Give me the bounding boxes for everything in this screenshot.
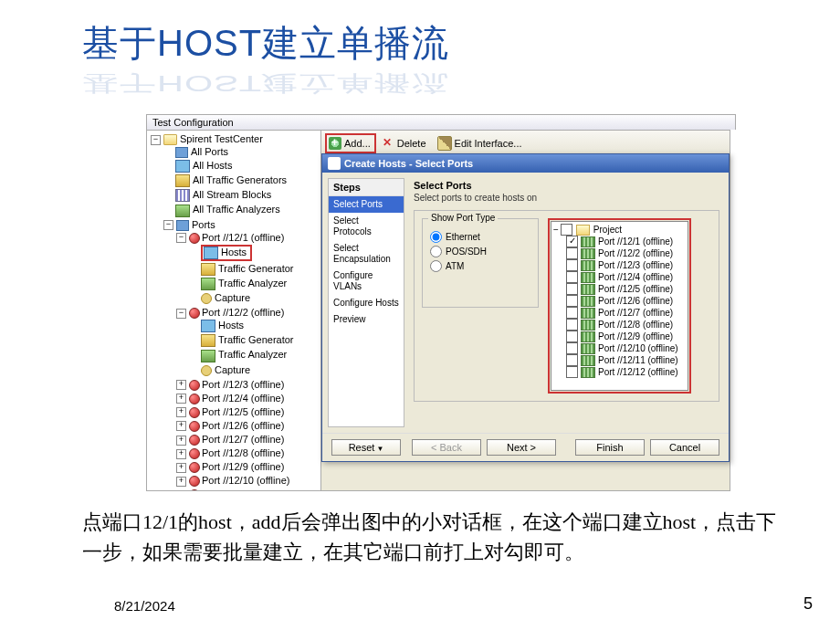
port-checkbox[interactable] (566, 236, 578, 247)
step-select-ports[interactable]: Select Ports (329, 196, 404, 213)
port-checkbox[interactable] (566, 319, 578, 331)
tree-port[interactable]: Port //12/10 (offline) (202, 475, 289, 486)
expand-toggle[interactable]: + (176, 490, 186, 491)
tree-item[interactable]: All Traffic Generators (193, 174, 287, 185)
next-button[interactable]: Next > (487, 439, 556, 456)
expand-toggle[interactable]: + (176, 380, 186, 390)
port-row[interactable]: Port //12/4 (offline) (553, 271, 686, 283)
cancel-button[interactable]: Cancel (650, 439, 719, 456)
expand-toggle[interactable]: − (553, 225, 559, 235)
slide-number: 5 (803, 594, 813, 614)
expand-toggle[interactable]: − (176, 309, 186, 319)
reset-button[interactable]: Reset▼ (331, 439, 401, 456)
radio-atm[interactable]: ATM (430, 260, 530, 272)
port-row[interactable]: Port //12/2 (offline) (553, 247, 686, 259)
port-row[interactable]: Port //12/12 (offline) (553, 366, 686, 378)
step-configure-vlans[interactable]: Configure VLANs (329, 268, 404, 295)
add-icon (329, 137, 341, 150)
port-checkbox[interactable] (566, 271, 578, 283)
nav-tree[interactable]: −Spirent TestCenter All Ports All Hosts … (146, 131, 321, 491)
port-tree[interactable]: − Project Port //12/1 (offline)Port //12… (551, 221, 688, 391)
port-row[interactable]: Port //12/9 (offline) (553, 331, 686, 342)
port-checkbox[interactable] (566, 283, 578, 295)
add-button[interactable]: Add... (325, 133, 376, 153)
expand-toggle[interactable]: + (176, 421, 186, 431)
step-configure-hosts[interactable]: Configure Hosts (329, 295, 404, 311)
folder-icon (576, 225, 590, 236)
tree-port[interactable]: Port //12/11 (offline) (202, 488, 289, 491)
port-checkbox[interactable] (566, 366, 578, 378)
port-label: Port //12/10 (offline) (598, 343, 678, 353)
dialog-titlebar[interactable]: Create Hosts - Select Ports (322, 154, 729, 173)
expand-toggle[interactable]: + (176, 436, 186, 446)
port-checkbox[interactable] (566, 295, 578, 307)
port-row[interactable]: Port //12/11 (offline) (553, 354, 686, 366)
port-checkbox[interactable] (566, 331, 578, 342)
expand-toggle[interactable]: − (176, 233, 186, 243)
stream-icon (175, 189, 190, 202)
finish-button[interactable]: Finish (575, 439, 645, 456)
tree-port[interactable]: Port //12/7 (offline) (202, 434, 284, 445)
port-checkbox[interactable] (566, 342, 578, 354)
tree-item[interactable]: Traffic Analyzer (218, 278, 287, 289)
wizard-steps: Steps Select Ports Select Protocols Sele… (328, 178, 404, 427)
expand-toggle[interactable]: − (163, 220, 173, 230)
tree-root[interactable]: Spirent TestCenter (180, 133, 263, 144)
radio-pos-sdh[interactable]: POS/SDH (430, 246, 530, 257)
tree-item[interactable]: Traffic Analyzer (218, 349, 287, 360)
project-row[interactable]: − Project (553, 224, 686, 236)
tree-port[interactable]: Port //12/4 (offline) (202, 393, 284, 404)
tree-item[interactable]: All Stream Blocks (193, 189, 271, 200)
tree-port[interactable]: Port //12/6 (offline) (202, 420, 284, 431)
status-offline-icon (189, 476, 200, 487)
expand-toggle[interactable]: + (176, 463, 186, 473)
tree-port[interactable]: Port //12/3 (offline) (202, 379, 284, 390)
folder-icon (163, 134, 177, 145)
dialog-title: Create Hosts - Select Ports (344, 158, 473, 169)
port-checkbox[interactable] (566, 247, 578, 259)
port-checkbox[interactable] (566, 354, 578, 366)
tree-item[interactable]: Traffic Generator (218, 334, 294, 345)
expand-toggle[interactable]: + (176, 449, 186, 459)
project-checkbox[interactable] (561, 224, 572, 236)
port-checkbox[interactable] (566, 259, 578, 271)
port-row[interactable]: Port //12/1 (offline) (553, 236, 686, 247)
tree-item[interactable]: Traffic Generator (218, 263, 294, 274)
expand-toggle[interactable]: − (151, 135, 161, 145)
delete-icon (382, 137, 394, 150)
port-checkbox[interactable] (566, 307, 578, 319)
tree-port[interactable]: Port //12/8 (offline) (202, 447, 284, 458)
ports-icon (176, 220, 189, 231)
port-icon (581, 236, 595, 247)
tree-item[interactable]: Capture (215, 292, 250, 303)
back-button[interactable]: < Back (412, 439, 481, 456)
expand-toggle[interactable]: + (176, 407, 186, 417)
port-row[interactable]: Port //12/8 (offline) (553, 319, 686, 331)
tree-port[interactable]: Port //12/5 (offline) (202, 406, 284, 417)
tree-item[interactable]: Ports (192, 219, 215, 230)
step-select-protocols[interactable]: Select Protocols (329, 213, 404, 240)
tree-port[interactable]: Port //12/2 (offline) (202, 307, 284, 318)
tree-hosts[interactable]: Hosts (221, 247, 247, 257)
port-row[interactable]: Port //12/6 (offline) (553, 295, 686, 307)
expand-toggle[interactable]: + (176, 394, 186, 404)
port-label: Port //12/12 (offline) (598, 367, 678, 377)
step-preview[interactable]: Preview (329, 311, 404, 328)
port-row[interactable]: Port //12/7 (offline) (553, 307, 686, 319)
port-row[interactable]: Port //12/10 (offline) (553, 342, 686, 354)
tree-item[interactable]: All Traffic Analyzers (193, 204, 280, 215)
port-label: Port //12/8 (offline) (598, 320, 673, 330)
tree-port[interactable]: Port //12/9 (offline) (202, 461, 284, 472)
radio-ethernet[interactable]: Ethernet (430, 231, 530, 243)
expand-toggle[interactable]: + (176, 477, 186, 487)
delete-button[interactable]: Delete (378, 133, 432, 153)
port-row[interactable]: Port //12/5 (offline) (553, 283, 686, 295)
tree-item[interactable]: Hosts (218, 320, 244, 331)
port-row[interactable]: Port //12/3 (offline) (553, 259, 686, 271)
tree-item[interactable]: All Ports (191, 146, 228, 157)
step-select-encapsulation[interactable]: Select Encapsulation (329, 240, 404, 268)
edit-interface-button[interactable]: Edit Interface... (434, 133, 528, 153)
tree-port[interactable]: Port //12/1 (offline) (202, 232, 284, 243)
tree-item[interactable]: Capture (215, 364, 250, 375)
tree-item[interactable]: All Hosts (193, 160, 232, 171)
